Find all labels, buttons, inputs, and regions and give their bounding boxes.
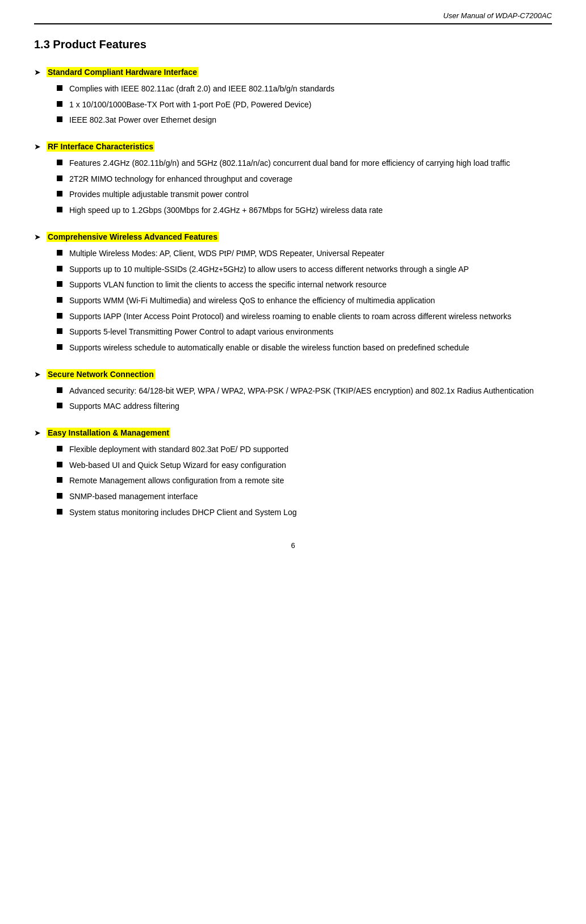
bullet-square-icon (57, 160, 62, 165)
section-easy-management: ➤Easy Installation & ManagementFlexible … (34, 428, 552, 519)
list-item: 2T2R MIMO technology for enhanced throug… (57, 173, 552, 186)
list-item: Supports 5-level Transmitting Power Cont… (57, 326, 552, 338)
section-header-row: ➤Secure Network Connection (34, 369, 552, 379)
bullet-square-icon (57, 387, 62, 393)
bullet-text: 1 x 10/100/1000Base-TX Port with 1-port … (69, 99, 552, 111)
bullet-square-icon (57, 266, 62, 271)
bullet-square-icon (57, 446, 62, 451)
bullet-list: Features 2.4GHz (802.11b/g/n) and 5GHz (… (34, 157, 552, 217)
list-item: Web-based UI and Quick Setup Wizard for … (57, 459, 552, 472)
list-item: Multiple Wireless Modes: AP, Client, WDS… (57, 248, 552, 260)
bullet-text: Supports MAC address filtering (69, 400, 552, 413)
bullet-square-icon (57, 250, 62, 256)
page-title: 1.3 Product Features (34, 38, 552, 51)
bullet-text: 2T2R MIMO technology for enhanced throug… (69, 173, 552, 186)
bullet-text: Provides multiple adjustable transmit po… (69, 189, 552, 201)
bullet-square-icon (57, 328, 62, 334)
list-item: Supports IAPP (Inter Access Point Protoc… (57, 311, 552, 323)
section-header-row: ➤RF Interface Characteristics (34, 141, 552, 152)
section-title: Comprehensive Wireless Advanced Features (47, 232, 219, 242)
list-item: Features 2.4GHz (802.11b/g/n) and 5GHz (… (57, 157, 552, 170)
bullet-text: Web-based UI and Quick Setup Wizard for … (69, 459, 552, 472)
bullet-square-icon (57, 403, 62, 408)
page-number: 6 (291, 541, 295, 550)
list-item: IEEE 802.3at Power over Ethernet design (57, 114, 552, 127)
section-secure-network: ➤Secure Network ConnectionAdvanced secur… (34, 369, 552, 413)
bullet-square-icon (57, 297, 62, 303)
section-title: Secure Network Connection (47, 369, 155, 379)
bullet-square-icon (57, 509, 62, 515)
bullet-text: Multiple Wireless Modes: AP, Client, WDS… (69, 248, 552, 260)
bullet-text: Supports VLAN function to limit the clie… (69, 279, 552, 291)
bullet-text: SNMP-based management interface (69, 491, 552, 503)
bullet-text: Flexible deployment with standard 802.3a… (69, 444, 552, 456)
list-item: System status monitoring includes DHCP C… (57, 507, 552, 519)
page-header: User Manual of WDAP-C7200AC (34, 11, 552, 24)
bullet-list: Multiple Wireless Modes: AP, Client, WDS… (34, 248, 552, 354)
bullet-text: Supports WMM (Wi-Fi Multimedia) and wire… (69, 295, 552, 307)
list-item: Remote Management allows configuration f… (57, 475, 552, 487)
bullet-square-icon (57, 477, 62, 483)
bullet-square-icon (57, 207, 62, 212)
section-wireless-advanced: ➤Comprehensive Wireless Advanced Feature… (34, 232, 552, 354)
arrow-icon: ➤ (34, 428, 41, 437)
header-title: User Manual of WDAP-C7200AC (443, 11, 552, 20)
section-rf-interface: ➤RF Interface CharacteristicsFeatures 2.… (34, 141, 552, 217)
bullet-square-icon (57, 281, 62, 287)
bullet-list: Advanced security: 64/128-bit WEP, WPA /… (34, 385, 552, 413)
bullet-square-icon (57, 493, 62, 499)
bullet-square-icon (57, 116, 62, 122)
list-item: Supports WMM (Wi-Fi Multimedia) and wire… (57, 295, 552, 307)
section-header-row: ➤Comprehensive Wireless Advanced Feature… (34, 232, 552, 242)
bullet-square-icon (57, 313, 62, 319)
bullet-square-icon (57, 191, 62, 196)
bullet-list: Complies with IEEE 802.11ac (draft 2.0) … (34, 83, 552, 127)
bullet-text: IEEE 802.3at Power over Ethernet design (69, 114, 552, 127)
section-title: RF Interface Characteristics (47, 141, 154, 152)
bullet-list: Flexible deployment with standard 802.3a… (34, 444, 552, 519)
bullet-text: System status monitoring includes DHCP C… (69, 507, 552, 519)
list-item: Supports up to 10 multiple-SSIDs (2.4GHz… (57, 264, 552, 276)
bullet-text: Supports IAPP (Inter Access Point Protoc… (69, 311, 552, 323)
section-header-row: ➤Standard Compliant Hardware Interface (34, 67, 552, 77)
list-item: Complies with IEEE 802.11ac (draft 2.0) … (57, 83, 552, 95)
arrow-icon: ➤ (34, 142, 41, 151)
list-item: SNMP-based management interface (57, 491, 552, 503)
list-item: High speed up to 1.2Gbps (300Mbps for 2.… (57, 204, 552, 217)
arrow-icon: ➤ (34, 370, 41, 379)
bullet-square-icon (57, 344, 62, 350)
list-item: Supports wireless schedule to automatica… (57, 342, 552, 354)
bullet-text: Advanced security: 64/128-bit WEP, WPA /… (69, 385, 552, 398)
list-item: Provides multiple adjustable transmit po… (57, 189, 552, 201)
bullet-text: Features 2.4GHz (802.11b/g/n) and 5GHz (… (69, 157, 552, 170)
list-item: Advanced security: 64/128-bit WEP, WPA /… (57, 385, 552, 398)
section-title: Easy Installation & Management (47, 428, 170, 438)
bullet-square-icon (57, 175, 62, 181)
list-item: 1 x 10/100/1000Base-TX Port with 1-port … (57, 99, 552, 111)
bullet-text: Supports 5-level Transmitting Power Cont… (69, 326, 552, 338)
page-footer: 6 (34, 541, 552, 550)
bullet-text: Supports wireless schedule to automatica… (69, 342, 552, 354)
bullet-square-icon (57, 101, 62, 107)
bullet-square-icon (57, 462, 62, 467)
section-header-row: ➤Easy Installation & Management (34, 428, 552, 438)
section-standard-hardware: ➤Standard Compliant Hardware InterfaceCo… (34, 67, 552, 127)
bullet-text: Complies with IEEE 802.11ac (draft 2.0) … (69, 83, 552, 95)
arrow-icon: ➤ (34, 68, 41, 77)
bullet-square-icon (57, 85, 62, 91)
bullet-text: High speed up to 1.2Gbps (300Mbps for 2.… (69, 204, 552, 217)
list-item: Flexible deployment with standard 802.3a… (57, 444, 552, 456)
bullet-text: Supports up to 10 multiple-SSIDs (2.4GHz… (69, 264, 552, 276)
bullet-text: Remote Management allows configuration f… (69, 475, 552, 487)
list-item: Supports MAC address filtering (57, 400, 552, 413)
list-item: Supports VLAN function to limit the clie… (57, 279, 552, 291)
page-container: User Manual of WDAP-C7200AC 1.3 Product … (0, 0, 586, 924)
arrow-icon: ➤ (34, 232, 41, 241)
sections-container: ➤Standard Compliant Hardware InterfaceCo… (34, 67, 552, 519)
section-title: Standard Compliant Hardware Interface (47, 67, 198, 77)
